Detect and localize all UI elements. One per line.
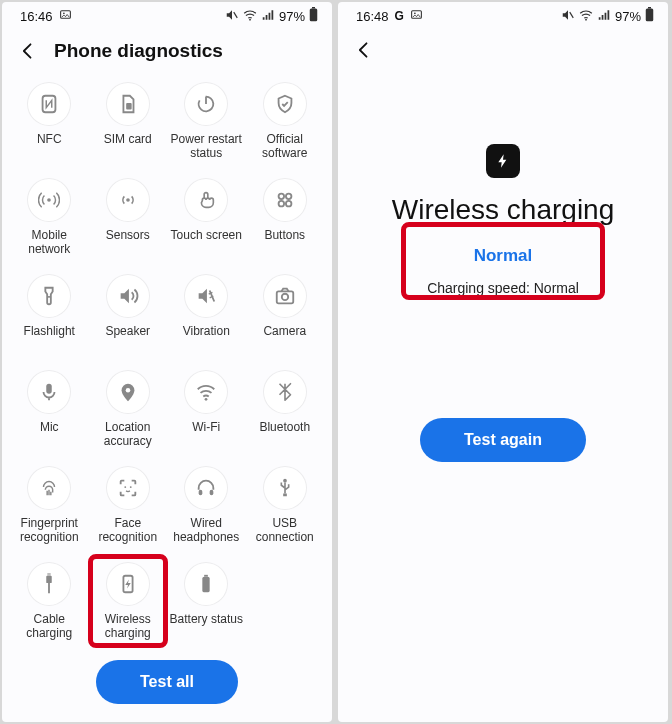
fingerprint-icon xyxy=(27,466,71,510)
battery-icon xyxy=(184,562,228,606)
svg-point-13 xyxy=(286,194,292,200)
diag-item-mic[interactable]: Mic xyxy=(10,364,89,456)
diag-item-sim[interactable]: SIM card xyxy=(89,76,168,168)
svg-rect-5 xyxy=(312,7,315,9)
battery-icon xyxy=(309,7,318,25)
diag-item-headphones[interactable]: Wired headphones xyxy=(167,460,246,552)
diag-item-camera[interactable]: Camera xyxy=(246,268,325,360)
diag-item-label: Wireless charging xyxy=(103,612,153,641)
wifi-icon xyxy=(184,370,228,414)
diag-item-label: Wi-Fi xyxy=(190,420,222,434)
touch-icon xyxy=(184,178,228,222)
bluetooth-icon xyxy=(263,370,307,414)
diag-item-label: USB connection xyxy=(254,516,316,545)
diag-item-label: Buttons xyxy=(262,228,307,242)
mic-icon xyxy=(27,370,71,414)
diag-item-label: Sensors xyxy=(104,228,152,242)
nfc-icon xyxy=(27,82,71,126)
diag-item-label: Speaker xyxy=(103,324,152,338)
test-all-button[interactable]: Test all xyxy=(96,660,238,704)
mute-icon xyxy=(561,8,575,25)
svg-rect-32 xyxy=(48,573,49,576)
diag-item-label: Wired headphones xyxy=(171,516,241,545)
result-title: Wireless charging xyxy=(392,194,615,226)
diag-item-label: Location accuracy xyxy=(102,420,154,449)
diag-item-label: Battery status xyxy=(168,612,245,626)
svg-rect-33 xyxy=(50,573,51,576)
battery-percent: 97% xyxy=(615,9,641,24)
result-detail: Charging speed: Normal xyxy=(427,280,579,296)
svg-point-15 xyxy=(286,201,292,207)
status-time: 16:48 xyxy=(356,9,389,24)
diag-item-shield[interactable]: Official software xyxy=(246,76,325,168)
diag-item-bolt[interactable]: Wireless charging xyxy=(89,556,168,648)
diag-item-label: Touch screen xyxy=(169,228,244,242)
svg-line-2 xyxy=(234,12,238,18)
diag-item-label: Power restart status xyxy=(169,132,244,161)
svg-rect-7 xyxy=(126,103,132,109)
headphones-icon xyxy=(184,466,228,510)
svg-point-21 xyxy=(282,294,288,300)
svg-point-1 xyxy=(63,13,65,15)
svg-rect-30 xyxy=(283,494,287,497)
bolt-icon xyxy=(106,562,150,606)
diag-item-location[interactable]: Location accuracy xyxy=(89,364,168,456)
google-indicator: G xyxy=(395,9,404,23)
test-again-button[interactable]: Test again xyxy=(420,418,586,462)
svg-rect-27 xyxy=(199,490,203,496)
result-area: Wireless charging Normal Charging speed:… xyxy=(338,74,668,722)
back-button[interactable] xyxy=(354,40,374,60)
shield-icon xyxy=(263,82,307,126)
buttons-icon xyxy=(263,178,307,222)
footer: Test all xyxy=(2,650,332,722)
diag-item-label: SIM card xyxy=(102,132,154,146)
diag-item-battery[interactable]: Battery status xyxy=(167,556,246,648)
antenna-icon xyxy=(27,178,71,222)
svg-rect-37 xyxy=(204,575,208,577)
diag-item-vibration[interactable]: Vibration xyxy=(167,268,246,360)
diag-item-nfc[interactable]: NFC xyxy=(10,76,89,168)
diag-item-speaker[interactable]: Speaker xyxy=(89,268,168,360)
signal-icon xyxy=(261,8,275,25)
diagnostics-grid: NFCSIM cardPower restart statusOfficial … xyxy=(2,76,332,650)
diag-item-touch[interactable]: Touch screen xyxy=(167,172,246,264)
back-button[interactable] xyxy=(18,41,38,61)
status-bar: 16:46 97% xyxy=(2,2,332,30)
diag-item-label: Mic xyxy=(38,420,61,434)
diag-item-label: Camera xyxy=(261,324,308,338)
diag-item-bluetooth[interactable]: Bluetooth xyxy=(246,364,325,456)
diag-item-usb[interactable]: USB connection xyxy=(246,460,325,552)
bolt-icon xyxy=(486,144,520,178)
diag-item-power[interactable]: Power restart status xyxy=(167,76,246,168)
diag-item-label: Cable charging xyxy=(24,612,74,641)
wifi-icon xyxy=(579,8,593,25)
diag-item-cable[interactable]: Cable charging xyxy=(10,556,89,648)
svg-point-24 xyxy=(205,398,208,401)
diag-item-wifi[interactable]: Wi-Fi xyxy=(167,364,246,456)
status-bar: 16:48 G 97% xyxy=(338,2,668,30)
power-icon xyxy=(184,82,228,126)
diag-item-antenna[interactable]: Mobile network xyxy=(10,172,89,264)
diag-item-flashlight[interactable]: Flashlight xyxy=(10,268,89,360)
diag-item-buttons[interactable]: Buttons xyxy=(246,172,325,264)
sensors-icon xyxy=(106,178,150,222)
diag-item-label: Mobile network xyxy=(26,228,72,257)
svg-point-11 xyxy=(126,198,130,202)
header: Phone diagnostics xyxy=(2,30,332,76)
flashlight-icon xyxy=(27,274,71,318)
svg-point-14 xyxy=(278,201,284,207)
diag-item-face[interactable]: Face recognition xyxy=(89,460,168,552)
diag-item-sensors[interactable]: Sensors xyxy=(89,172,168,264)
diag-item-fingerprint[interactable]: Fingerprint recognition xyxy=(10,460,89,552)
vibration-icon xyxy=(184,274,228,318)
gallery-indicator-icon xyxy=(410,8,423,24)
svg-point-23 xyxy=(125,388,130,393)
wifi-icon xyxy=(243,8,257,25)
svg-point-3 xyxy=(249,18,251,20)
svg-point-10 xyxy=(47,198,51,202)
diag-item-label: Face recognition xyxy=(96,516,159,545)
svg-rect-28 xyxy=(210,490,214,496)
svg-point-29 xyxy=(283,479,287,483)
diag-item-label: Vibration xyxy=(181,324,232,338)
cable-icon xyxy=(27,562,71,606)
